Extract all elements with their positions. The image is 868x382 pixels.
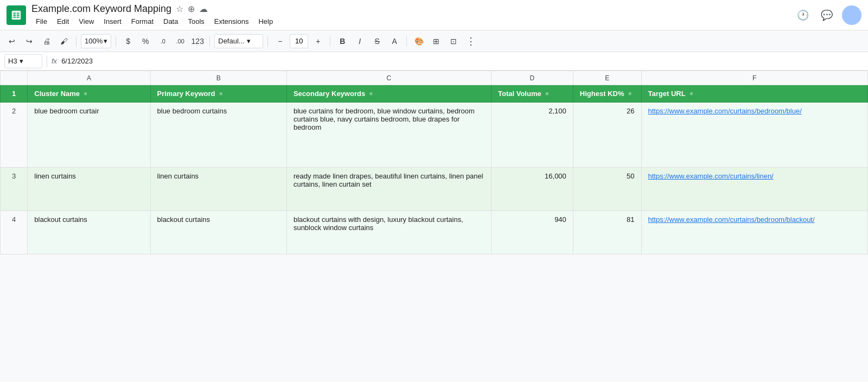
cell-4-b[interactable]: blackout curtains xyxy=(150,211,286,254)
star-icon[interactable]: ☆ xyxy=(176,4,183,14)
menu-edit[interactable]: Edit xyxy=(53,16,73,27)
undo-button[interactable]: ↩ xyxy=(4,34,20,49)
cell-2-e[interactable]: 26 xyxy=(573,103,641,168)
zoom-selector[interactable]: 100% ▾ xyxy=(81,34,111,48)
col-header-e[interactable]: E xyxy=(573,71,641,85)
borders-button[interactable]: ⊞ xyxy=(429,34,444,49)
url-link-3[interactable]: https://www.example.com/curtains/linen/ xyxy=(648,172,774,180)
url-link-4[interactable]: https://www.example.com/curtains/bedroom… xyxy=(648,215,815,224)
cell-4-d[interactable]: 940 xyxy=(492,211,573,254)
user-avatar[interactable] xyxy=(842,5,861,25)
text-color-button[interactable]: A xyxy=(387,34,402,49)
separator-5 xyxy=(330,36,330,47)
font-dropdown-icon: ▾ xyxy=(247,37,251,45)
menu-bar: File Edit View Insert Format Data Tools … xyxy=(31,16,794,27)
svg-rect-5 xyxy=(17,15,20,16)
font-name-value: Defaul... xyxy=(218,37,244,45)
filter-e-icon[interactable]: ≡ xyxy=(628,91,631,97)
col-header-f[interactable]: F xyxy=(641,71,867,85)
cell-2-c[interactable]: blue curtains for bedroom, blue window c… xyxy=(286,103,491,168)
doc-title[interactable]: Example.com Keyword Mapping xyxy=(31,3,171,15)
header-secondary-keywords[interactable]: Secondary Keywords ≡ xyxy=(286,85,491,103)
svg-rect-2 xyxy=(14,15,16,16)
menu-help[interactable]: Help xyxy=(254,16,277,27)
fill-color-button[interactable]: 🎨 xyxy=(411,34,426,49)
cell-3-e[interactable]: 50 xyxy=(573,168,641,211)
decimal-decrease-button[interactable]: .0 xyxy=(155,34,170,49)
merge-cells-button[interactable]: ⊡ xyxy=(446,34,461,49)
redo-button[interactable]: ↪ xyxy=(22,34,37,49)
more-button[interactable]: ⋮ xyxy=(463,34,478,49)
cell-4-c[interactable]: blackout curtains with design, luxury bl… xyxy=(286,211,491,254)
col-header-b[interactable]: B xyxy=(150,71,286,85)
menu-extensions[interactable]: Extensions xyxy=(210,16,253,27)
cell-2-a[interactable]: blue bedroom curtair xyxy=(28,103,150,168)
header-primary-keyword[interactable]: Primary Keyword ≡ xyxy=(150,85,286,103)
app-icon[interactable] xyxy=(7,5,26,25)
column-header-row: A B C D E F xyxy=(1,71,868,85)
cell-3-a[interactable]: linen curtains xyxy=(28,168,150,211)
svg-rect-4 xyxy=(17,12,20,14)
col-header-d[interactable]: D xyxy=(492,71,573,85)
history-icon[interactable]: 🕐 xyxy=(794,7,812,24)
strikethrough-button[interactable]: S xyxy=(369,34,385,49)
bold-button[interactable]: B xyxy=(335,34,350,49)
percent-button[interactable]: % xyxy=(138,34,153,49)
cell-3-c[interactable]: ready made linen drapes, beautiful linen… xyxy=(286,168,491,211)
table-header-row: 1 Cluster Name ≡ Primary Keyword ≡ Secon xyxy=(1,85,868,103)
filter-d-icon[interactable]: ≡ xyxy=(546,91,549,97)
decimal-increase-button[interactable]: .00 xyxy=(173,34,188,49)
formula-value[interactable]: 6/12/2023 xyxy=(61,57,93,65)
row-num-2: 2 xyxy=(1,103,28,168)
menu-format[interactable]: Format xyxy=(127,16,158,27)
cell-3-f[interactable]: https://www.example.com/curtains/linen/ xyxy=(641,168,867,211)
paint-format-button[interactable]: 🖌 xyxy=(56,34,72,49)
font-size-decrease-button[interactable]: − xyxy=(272,34,288,49)
cell-4-f[interactable]: https://www.example.com/curtains/bedroom… xyxy=(641,211,867,254)
move-icon[interactable]: ⊕ xyxy=(188,4,195,14)
formula-divider xyxy=(47,55,47,67)
menu-view[interactable]: View xyxy=(74,16,98,27)
italic-button[interactable]: I xyxy=(352,34,367,49)
svg-rect-0 xyxy=(12,10,21,20)
table-row: 3 linen curtains linen curtains ready ma… xyxy=(1,168,868,211)
cell-2-b[interactable]: blue bedroom curtains xyxy=(150,103,286,168)
col-header-c[interactable]: C xyxy=(286,71,491,85)
cell-4-a[interactable]: blackout curtains xyxy=(28,211,150,254)
header-highest-kd[interactable]: Highest KD% ≡ xyxy=(573,85,641,103)
filter-a-icon[interactable]: ≡ xyxy=(84,91,87,97)
corner-header xyxy=(1,71,28,85)
top-right-actions: 🕐 💬 xyxy=(794,5,861,25)
comments-icon[interactable]: 💬 xyxy=(818,7,835,24)
cell-3-d[interactable]: 16,000 xyxy=(492,168,573,211)
print-button[interactable]: 🖨 xyxy=(39,34,54,49)
font-size-box xyxy=(290,34,308,48)
menu-insert[interactable]: Insert xyxy=(99,16,126,27)
font-name-selector[interactable]: Defaul... ▾ xyxy=(214,34,263,48)
cell-2-d[interactable]: 2,100 xyxy=(492,103,573,168)
cell-ref-dropdown[interactable]: ▾ xyxy=(20,57,23,65)
url-link-2[interactable]: https://www.example.com/curtains/bedroom… xyxy=(648,107,802,115)
filter-b-icon[interactable]: ≡ xyxy=(219,91,222,97)
font-size-increase-button[interactable]: + xyxy=(310,34,326,49)
menu-file[interactable]: File xyxy=(31,16,52,27)
header-total-volume[interactable]: Total Volume ≡ xyxy=(492,85,573,103)
cell-4-e[interactable]: 81 xyxy=(573,211,641,254)
menu-tools[interactable]: Tools xyxy=(183,16,208,27)
menu-data[interactable]: Data xyxy=(159,16,182,27)
header-cluster-name[interactable]: Cluster Name ≡ xyxy=(28,85,150,103)
font-size-input[interactable] xyxy=(290,37,308,45)
header-target-url[interactable]: Target URL ≡ xyxy=(641,85,867,103)
cell-reference[interactable]: H3 ▾ xyxy=(4,54,42,68)
cloud-icon: ☁ xyxy=(199,4,208,14)
cell-ref-value: H3 xyxy=(8,57,17,65)
number-format-button[interactable]: 123 xyxy=(190,34,205,49)
cell-2-f[interactable]: https://www.example.com/curtains/bedroom… xyxy=(641,103,867,168)
filter-f-icon[interactable]: ≡ xyxy=(690,91,693,97)
currency-button[interactable]: $ xyxy=(120,34,136,49)
col-header-a[interactable]: A xyxy=(28,71,150,85)
zoom-value: 100% xyxy=(85,37,103,45)
table-row: 2 blue bedroom curtair blue bedroom curt… xyxy=(1,103,868,168)
filter-c-icon[interactable]: ≡ xyxy=(369,91,373,97)
cell-3-b[interactable]: linen curtains xyxy=(150,168,286,211)
